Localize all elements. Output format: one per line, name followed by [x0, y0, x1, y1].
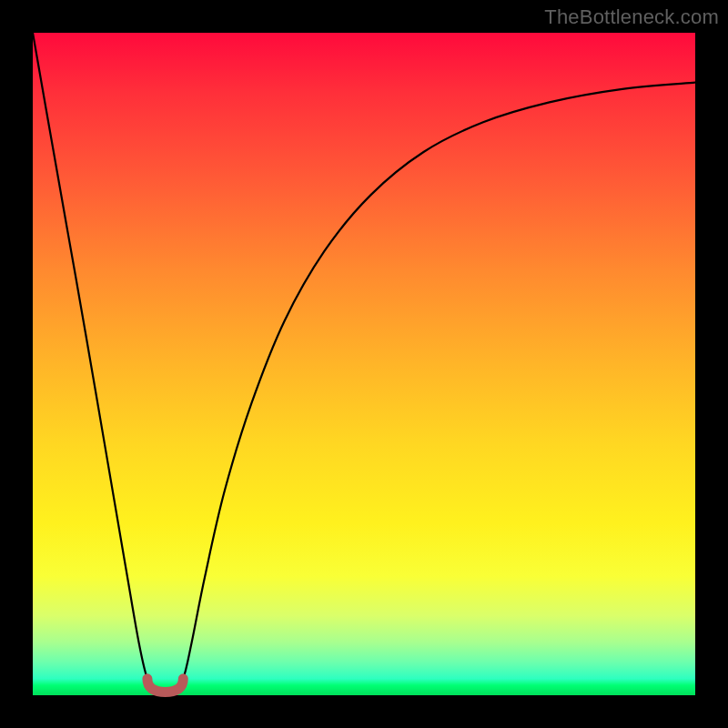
minimum-marker: [147, 679, 183, 693]
chart-frame: TheBottleneck.com: [0, 0, 728, 728]
watermark-text: TheBottleneck.com: [544, 5, 719, 29]
curve-layer: [33, 33, 695, 695]
gradient-plot-area: [33, 33, 695, 695]
bottleneck-curve: [33, 33, 695, 692]
